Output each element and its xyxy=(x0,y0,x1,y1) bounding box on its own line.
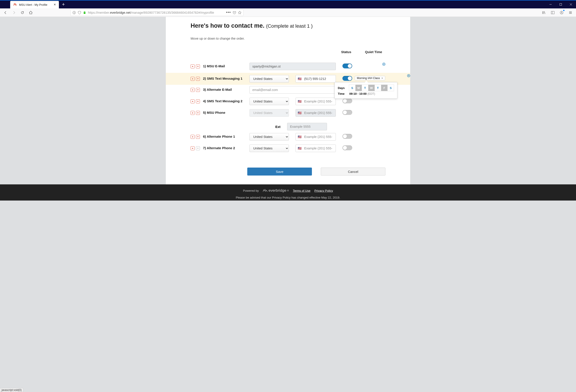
new-tab-button[interactable]: + xyxy=(59,1,68,8)
sidebar-icon[interactable] xyxy=(549,9,556,16)
row-label: 5) MSU Phone xyxy=(203,109,250,114)
menu-icon[interactable] xyxy=(567,9,574,16)
move-down-button[interactable] xyxy=(196,77,200,81)
contact-row-msu-phone: 5) MSU Phone United States 🇺🇸 xyxy=(191,108,385,119)
reload-button[interactable] xyxy=(19,9,26,16)
time-label: Time xyxy=(338,92,346,95)
address-bar[interactable]: https://member.everbridge.net/manage/892… xyxy=(70,9,243,16)
status-toggle[interactable] xyxy=(343,99,352,103)
move-up-button[interactable] xyxy=(191,88,195,92)
day-toggle[interactable]: T xyxy=(362,84,368,91)
tab-close-icon[interactable]: × xyxy=(54,3,56,7)
page-footer: Powered by everbridge® Terms of Use Priv… xyxy=(0,184,576,200)
move-down-button[interactable] xyxy=(196,99,200,103)
days-label: Days xyxy=(338,86,346,90)
row-label: 4) SMS Text Messaging 2 xyxy=(203,98,250,103)
cancel-button[interactable]: Cancel xyxy=(321,168,385,175)
time-value: 09:10 - 10:00 xyxy=(349,92,367,95)
country-select[interactable]: United States xyxy=(250,98,289,105)
flag-icon: 🇺🇸 xyxy=(298,146,301,150)
column-headers: Status Quiet Time xyxy=(191,50,385,54)
contact-row-msu-email: 1) MSU E-Mail sparty@michigan.st xyxy=(191,61,385,73)
status-toggle[interactable] xyxy=(343,76,352,81)
flag-icon: 🇺🇸 xyxy=(298,111,301,115)
status-bar: javascript:void(0) xyxy=(0,388,23,392)
shield-icon[interactable] xyxy=(78,11,81,14)
flag-icon: 🇺🇸 xyxy=(298,135,301,139)
svg-rect-11 xyxy=(551,11,554,14)
move-down-button[interactable] xyxy=(196,88,200,92)
lock-icon[interactable] xyxy=(83,11,86,14)
info-icon[interactable] xyxy=(72,11,76,14)
account-icon[interactable] xyxy=(558,9,565,16)
add-quiet-time-icon[interactable] xyxy=(382,63,385,66)
ext-row: Ext xyxy=(191,123,385,130)
day-toggle[interactable]: T xyxy=(374,84,381,91)
phone-input[interactable] xyxy=(295,133,336,140)
more-icon[interactable]: ••• xyxy=(226,10,231,15)
country-select[interactable]: United States xyxy=(250,75,289,83)
status-toggle[interactable] xyxy=(343,145,352,150)
flag-icon: 🇺🇸 xyxy=(298,100,301,103)
browser-tab[interactable]: MSU Alert - My Profile × xyxy=(10,1,59,8)
svg-point-14 xyxy=(561,11,562,13)
move-down-button[interactable] xyxy=(196,64,200,68)
day-toggle[interactable]: W xyxy=(368,84,375,91)
pocket-icon[interactable] xyxy=(233,11,236,14)
status-header: Status xyxy=(341,50,351,54)
day-toggle[interactable]: F xyxy=(381,84,388,91)
row-label: 2) SMS Text Messaging 1 xyxy=(203,75,250,80)
phone-input[interactable] xyxy=(295,75,336,83)
privacy-link[interactable]: Privacy Policy xyxy=(314,189,333,192)
svg-line-10 xyxy=(544,11,545,14)
status-toggle[interactable] xyxy=(343,63,352,68)
move-down-button[interactable] xyxy=(196,135,200,139)
day-toggle[interactable]: S xyxy=(387,84,394,91)
home-button[interactable] xyxy=(28,9,34,16)
days-selector: SMTWTFS xyxy=(349,84,394,91)
day-toggle[interactable]: M xyxy=(355,84,362,91)
day-toggle[interactable]: S xyxy=(349,84,355,91)
remove-tag-icon[interactable]: ✕ xyxy=(381,77,383,80)
save-button[interactable]: Save xyxy=(247,168,312,175)
move-down-button[interactable] xyxy=(196,146,200,150)
country-select[interactable]: United States xyxy=(250,133,289,140)
powered-by-text: Powered by xyxy=(243,189,259,192)
star-icon[interactable] xyxy=(238,11,241,14)
move-up-button[interactable] xyxy=(191,99,195,103)
everbridge-logo: everbridge® xyxy=(263,188,289,193)
library-icon[interactable] xyxy=(541,9,547,16)
ext-label: Ext xyxy=(191,125,287,129)
quiet-time-tag[interactable]: Morning IAH Class✕ xyxy=(355,76,385,80)
page-viewport[interactable]: Here's how to contact me. (Complete at l… xyxy=(0,17,576,392)
row-label: 6) Alternate Phone 1 xyxy=(203,133,250,138)
alt-email-input[interactable] xyxy=(250,86,336,94)
move-up-button[interactable] xyxy=(191,146,195,150)
terms-link[interactable]: Terms of Use xyxy=(293,189,311,192)
forward-button[interactable] xyxy=(11,9,17,16)
move-up-button[interactable] xyxy=(191,135,195,139)
move-down-button[interactable] xyxy=(196,111,200,115)
move-up-button[interactable] xyxy=(191,64,195,68)
move-up-button[interactable] xyxy=(191,111,195,115)
back-button[interactable] xyxy=(2,9,9,16)
status-toggle[interactable] xyxy=(343,134,352,139)
phone-input xyxy=(295,109,336,117)
window-minimize-button[interactable] xyxy=(546,0,556,8)
row-label: 7) Alternate Phone 2 xyxy=(203,144,250,150)
phone-input[interactable] xyxy=(295,98,336,105)
status-toggle[interactable] xyxy=(343,110,352,115)
window-maximize-button[interactable] xyxy=(556,0,566,8)
window-close-button[interactable] xyxy=(566,0,576,8)
contact-row-alt-phone2: 7) Alternate Phone 2 United States 🇺🇸 xyxy=(191,143,385,155)
phone-input[interactable] xyxy=(295,144,336,152)
tab-title: MSU Alert - My Profile xyxy=(19,3,52,6)
flag-icon: 🇺🇸 xyxy=(298,77,301,81)
url-text: https://member.everbridge.net/manage/892… xyxy=(88,11,224,14)
msu-email-value: sparty@michigan.st xyxy=(250,63,336,70)
country-select[interactable]: United States xyxy=(250,144,289,152)
move-up-button[interactable] xyxy=(191,77,195,81)
row-label: 1) MSU E-Mail xyxy=(203,63,250,68)
add-quiet-time-icon[interactable] xyxy=(407,74,410,77)
svg-rect-1 xyxy=(560,3,562,5)
